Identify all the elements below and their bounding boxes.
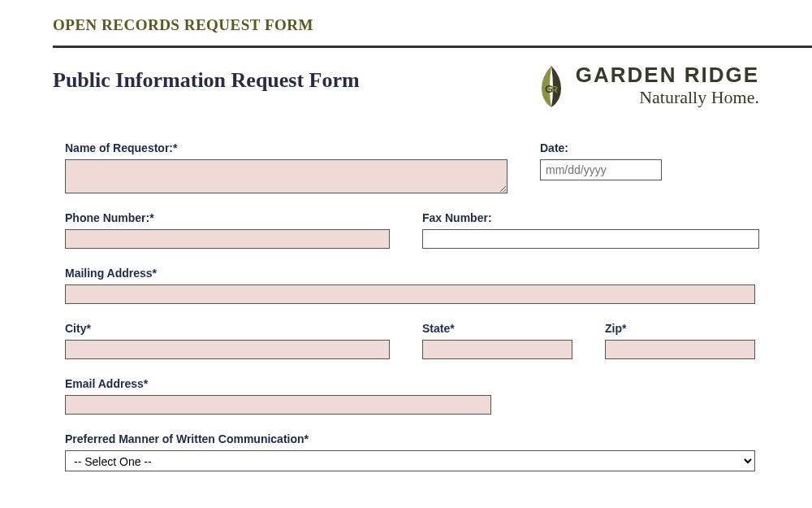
logo-tagline: Naturally Home. (576, 87, 759, 108)
mailing-input[interactable] (65, 284, 755, 304)
divider (53, 46, 812, 48)
logo: G R GARDEN RIDGE Naturally Home. (535, 64, 759, 109)
logo-name: GARDEN RIDGE (576, 64, 759, 85)
state-field-group: State* (422, 322, 572, 359)
name-field-group: Name of Requestor:* (65, 141, 508, 193)
email-field-group: Email Address* (65, 377, 491, 415)
phone-label: Phone Number:* (65, 211, 390, 224)
email-label: Email Address* (65, 377, 491, 390)
zip-label: Zip* (605, 322, 755, 335)
email-input[interactable] (65, 395, 491, 415)
logo-mark-icon: G R (535, 64, 568, 109)
preferred-select[interactable]: -- Select One -- (65, 450, 755, 471)
state-label: State* (422, 322, 572, 335)
form-title: Public Information Request Form (53, 64, 360, 93)
svg-text:R: R (551, 85, 558, 94)
logo-text: GARDEN RIDGE Naturally Home. (576, 64, 759, 108)
date-input[interactable] (540, 159, 662, 180)
mailing-field-group: Mailing Address* (65, 267, 755, 304)
city-label: City* (65, 322, 390, 335)
date-label: Date: (540, 141, 662, 154)
page-title: OPEN RECORDS REQUEST FORM (53, 16, 759, 34)
form-body: Name of Requestor:* Date: Phone Number:*… (53, 141, 759, 471)
header-row: Public Information Request Form G R GARD… (53, 64, 759, 109)
name-label: Name of Requestor:* (65, 141, 508, 154)
city-input[interactable] (65, 340, 390, 359)
name-input[interactable] (65, 159, 508, 193)
zip-field-group: Zip* (605, 322, 755, 359)
fax-input[interactable] (422, 229, 759, 249)
state-input[interactable] (422, 340, 572, 359)
fax-label: Fax Number: (422, 211, 759, 224)
mailing-label: Mailing Address* (65, 267, 755, 280)
fax-field-group: Fax Number: (422, 211, 759, 249)
date-field-group: Date: (540, 141, 662, 193)
preferred-field-group: Preferred Manner of Written Communicatio… (65, 432, 755, 471)
phone-input[interactable] (65, 229, 390, 249)
zip-input[interactable] (605, 340, 755, 359)
preferred-label: Preferred Manner of Written Communicatio… (65, 432, 755, 445)
phone-field-group: Phone Number:* (65, 211, 390, 249)
city-field-group: City* (65, 322, 390, 359)
